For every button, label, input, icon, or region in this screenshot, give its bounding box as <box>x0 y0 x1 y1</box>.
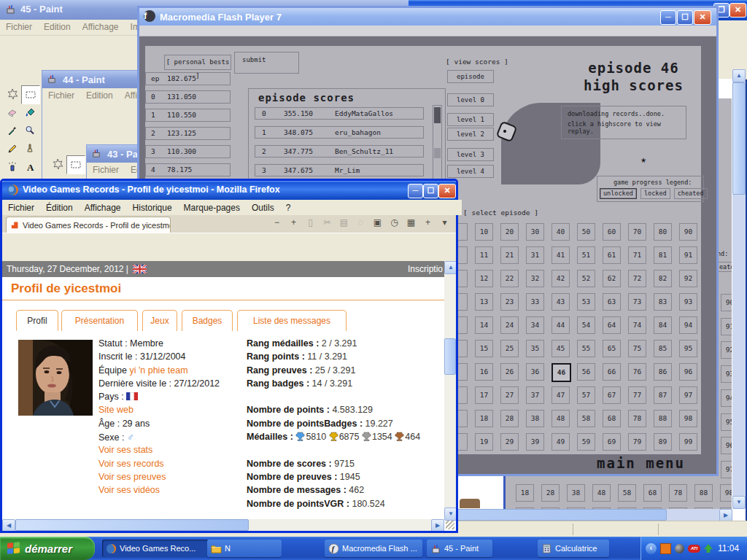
link-voir-ses-records[interactable]: Voir ses records <box>98 459 164 469</box>
view-scores-episode[interactable]: episode <box>447 70 494 83</box>
episode-button-59[interactable]: 59 <box>577 433 595 451</box>
bg-episode-button-18[interactable]: 18 <box>516 484 534 502</box>
episode-button-34[interactable]: 34 <box>526 316 544 334</box>
magnifier-tray-icon[interactable] <box>675 544 684 553</box>
episode-button-65[interactable]: 65 <box>603 340 621 357</box>
episode-button-38[interactable]: 38 <box>526 410 544 427</box>
episode-button-84[interactable]: 84 <box>654 316 672 334</box>
episode-button-88[interactable]: 88 <box>654 410 672 427</box>
episode-button-98[interactable]: 98 <box>679 410 697 427</box>
add-icon[interactable]: + <box>422 217 434 228</box>
episode-button-80[interactable]: 80 <box>654 223 672 241</box>
view-scores-level-3[interactable]: level 3 <box>447 148 494 161</box>
bg-episode-button-92[interactable]: 92 <box>721 341 732 359</box>
episode-button-96[interactable]: 96 <box>679 363 697 381</box>
episode-button-53[interactable]: 53 <box>577 293 595 311</box>
episode-button-81[interactable]: 81 <box>654 246 672 264</box>
episode-button-18[interactable]: 18 <box>475 410 493 427</box>
text-tool-icon[interactable]: A <box>21 158 39 176</box>
episode-button-63[interactable]: 63 <box>603 293 621 311</box>
menu-item-marque-pages[interactable]: Marque-pages <box>184 203 240 213</box>
bg-episode-button-38[interactable]: 38 <box>567 484 585 502</box>
flash-titlebar[interactable]: f Macromedia Flash Player 7 ─ ☐ ✕ <box>139 8 716 26</box>
episode-button-87[interactable]: 87 <box>654 386 672 404</box>
personal-best-row[interactable]: 1110.550 <box>145 109 231 122</box>
episode-button-12[interactable]: 12 <box>475 270 493 287</box>
background-scroll-thumb[interactable] <box>732 82 746 195</box>
submit-button[interactable]: submit <box>234 52 299 74</box>
scroll-up-icon[interactable]: ▲ <box>444 261 456 274</box>
magnifier-icon[interactable] <box>21 122 39 139</box>
episode-button-36[interactable]: 36 <box>526 363 544 381</box>
tab-profil[interactable]: Profil <box>16 310 58 331</box>
episode-button-10[interactable]: 10 <box>475 223 493 241</box>
bg-episode-button-58[interactable]: 58 <box>618 484 636 502</box>
view-scores-level-1[interactable]: level 1 <box>447 113 494 126</box>
bg-episode-button-96[interactable]: 96 <box>721 437 732 454</box>
episode-button-71[interactable]: 71 <box>628 246 646 264</box>
bg-episode-button-48[interactable]: 48 <box>592 484 611 502</box>
episode-button-91[interactable]: 91 <box>679 246 697 264</box>
rect-select-icon[interactable] <box>21 85 40 104</box>
menu-item-historique[interactable]: Historique <box>133 203 172 213</box>
personal-best-row[interactable]: 0131.050 <box>145 90 231 104</box>
cut-icon[interactable]: ✂ <box>321 217 333 228</box>
scores-scroll-thumb[interactable] <box>434 107 441 123</box>
episode-button-31[interactable]: 31 <box>526 246 544 264</box>
episode-button-62[interactable]: 62 <box>603 270 621 287</box>
menu-item-fichier[interactable]: Fichier <box>8 203 34 213</box>
flash-maximize-button[interactable]: ☐ <box>677 10 693 25</box>
episode-button-42[interactable]: 42 <box>551 270 570 287</box>
airbrush-icon[interactable] <box>4 158 21 176</box>
personal-best-row[interactable]: ep182.675 <box>145 72 231 85</box>
episode-button-92[interactable]: 92 <box>679 270 697 287</box>
episode-button-43[interactable]: 43 <box>551 293 570 311</box>
episode-button-14[interactable]: 14 <box>475 316 493 334</box>
episode-button-56[interactable]: 56 <box>577 363 595 381</box>
episode-button-83[interactable]: 83 <box>654 293 672 311</box>
copy-icon[interactable]: ▤ <box>338 217 350 228</box>
tab-jeux[interactable]: Jeux <box>142 310 177 331</box>
firefox-close-button[interactable]: ✕ <box>438 184 456 198</box>
episode-button-89[interactable]: 89 <box>654 433 672 451</box>
menu-item-outils[interactable]: Outils <box>252 203 274 213</box>
freeform-select-icon[interactable] <box>4 85 21 103</box>
taskbar-task-flash[interactable]: fMacromedia Flash ... <box>325 540 422 557</box>
episode-button-40[interactable]: 40 <box>551 223 570 241</box>
personal-best-row[interactable]: 2123.125 <box>145 127 231 140</box>
background-vertical-scrollbar[interactable]: ▲ ▼ <box>732 69 746 508</box>
flash-minimize-button[interactable]: ─ <box>660 10 676 25</box>
bg-episode-button-91[interactable]: 91 <box>721 318 732 335</box>
bg-episode-button-97[interactable]: 97 <box>721 461 732 478</box>
episode-button-21[interactable]: 21 <box>500 246 519 264</box>
bg-episode-button-95[interactable]: 95 <box>721 413 732 431</box>
scroll-left-icon[interactable]: ◀ <box>2 519 15 531</box>
bg-episode-button-68[interactable]: 68 <box>643 484 662 502</box>
bg-episode-button-88[interactable]: 88 <box>694 484 713 502</box>
eraser-icon[interactable] <box>4 104 21 121</box>
background-scroll-down-icon[interactable]: ▼ <box>732 496 746 509</box>
link-voir-ses-stats[interactable]: Voir ses stats <box>98 445 152 455</box>
episode-button-60[interactable]: 60 <box>603 223 621 241</box>
print-icon[interactable]: ▦ <box>405 217 417 228</box>
highscore-row[interactable]: 1348.075eru_bahagon <box>255 126 424 139</box>
tab-badges[interactable]: Badges <box>182 310 233 331</box>
legend-cheated[interactable]: cheated <box>674 188 708 199</box>
flash-close-button[interactable]: ✕ <box>694 10 711 25</box>
start-button[interactable]: démarrer <box>0 537 95 560</box>
scroll-right-icon[interactable]: ▶ <box>431 519 444 531</box>
scroll-down-icon[interactable]: ▼ <box>444 508 456 521</box>
view-scores-level-4[interactable]: level 4 <box>447 165 494 178</box>
episode-button-57[interactable]: 57 <box>577 386 595 404</box>
resize-grip[interactable] <box>446 521 454 529</box>
ati-icon[interactable]: ATI <box>688 545 700 553</box>
bg-episode-button-90[interactable]: 90 <box>721 294 732 311</box>
menu-item-affichage[interactable]: Affichage <box>85 203 121 213</box>
brush-icon[interactable] <box>21 140 39 158</box>
bg-episode-button-93[interactable]: 93 <box>721 365 732 383</box>
link-voir-ses-vid-os[interactable]: Voir ses vidéos <box>98 485 160 495</box>
episode-button-28[interactable]: 28 <box>500 410 519 427</box>
episode-button-24[interactable]: 24 <box>500 316 519 334</box>
background-scroll-up-icon[interactable]: ▲ <box>732 69 746 82</box>
episode-button-26[interactable]: 26 <box>500 363 519 381</box>
